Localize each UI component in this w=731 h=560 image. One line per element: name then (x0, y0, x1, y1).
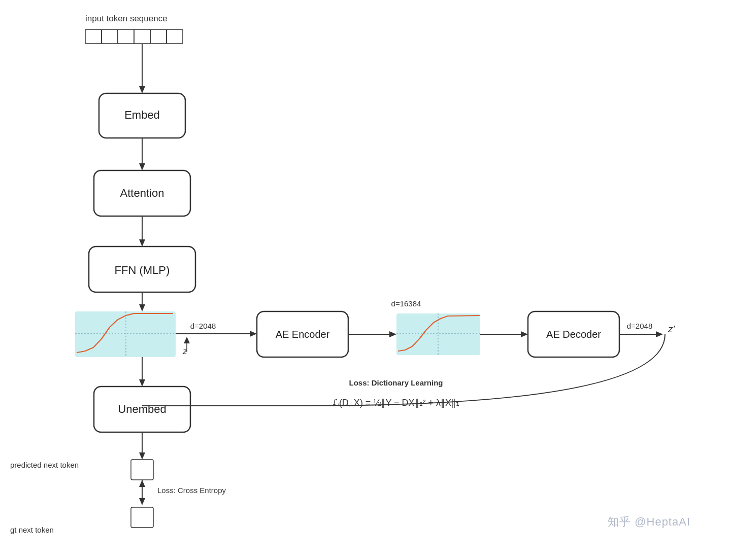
cross-entropy-label: Loss: Cross Entropy (157, 486, 226, 495)
svg-rect-2 (118, 29, 134, 44)
ae-encoder-label: AE Encoder (276, 329, 330, 340)
svg-marker-23 (184, 337, 190, 343)
svg-rect-1 (102, 29, 118, 44)
svg-marker-44 (656, 331, 663, 337)
embed-label: Embed (124, 109, 160, 121)
attention-label: Attention (120, 187, 164, 199)
watermark: 知乎 @HeptaAI (608, 514, 690, 530)
predicted-label: predicted next token (10, 461, 79, 469)
svg-marker-16 (139, 304, 145, 311)
unembed-label: Unembed (118, 403, 166, 415)
z-prime-label: z′ (668, 324, 676, 334)
d-2048-label-left: d=2048 (190, 322, 216, 330)
svg-rect-0 (85, 29, 102, 44)
svg-rect-17 (75, 311, 176, 357)
d-16384-label: d=16384 (391, 299, 421, 308)
svg-rect-5 (167, 29, 183, 44)
svg-marker-36 (389, 331, 396, 337)
dict-learning-label: Loss: Dictionary Learning (349, 378, 443, 387)
svg-rect-29 (131, 460, 153, 480)
ffn-label: FFN (MLP) (115, 264, 170, 276)
svg-rect-3 (134, 29, 150, 44)
d-2048-label-right: d=2048 (627, 322, 652, 330)
gt-label: gt next token (10, 526, 54, 534)
diagram-container: input token sequence Embed Attention FFN… (0, 0, 731, 560)
svg-marker-28 (139, 452, 145, 460)
loss-formula: ℒ(D, X) = ½‖Y − DX‖₂² + λ‖X‖₁ (333, 398, 459, 408)
ae-decoder-label: AE Decoder (546, 329, 601, 340)
svg-marker-25 (139, 379, 145, 387)
svg-marker-7 (139, 86, 145, 93)
svg-marker-10 (139, 163, 145, 170)
svg-marker-32 (139, 498, 145, 505)
svg-rect-4 (150, 29, 167, 44)
svg-marker-21 (250, 331, 257, 337)
svg-marker-41 (521, 331, 528, 337)
input-label: input token sequence (85, 14, 168, 23)
svg-marker-31 (139, 480, 145, 487)
svg-marker-13 (139, 239, 145, 247)
svg-rect-33 (131, 507, 153, 528)
